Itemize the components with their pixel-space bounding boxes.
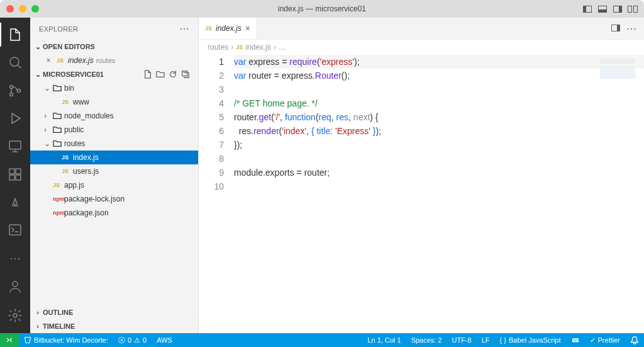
file-item[interactable]: JSwww <box>30 95 198 109</box>
search-activity-icon[interactable] <box>0 50 30 74</box>
folder-item[interactable]: ⌄bin <box>30 81 198 95</box>
aws-status[interactable]: AWS <box>152 333 177 347</box>
refresh-icon[interactable] <box>168 69 178 79</box>
code-line[interactable]: }); <box>234 138 644 152</box>
tree-item-label: node_modules <box>64 111 114 120</box>
svg-rect-5 <box>9 169 14 174</box>
close-window-icon[interactable] <box>6 5 14 13</box>
javascript-file-icon: JS <box>236 44 243 50</box>
chevron-down-icon: ⌄ <box>44 84 53 93</box>
new-file-icon[interactable] <box>143 69 153 79</box>
timeline-section[interactable]: › TIMELINE <box>30 319 198 333</box>
new-folder-icon[interactable] <box>155 69 165 79</box>
folder-item[interactable]: ›public <box>30 123 198 137</box>
code-editor[interactable]: 12345678910 var express = require('expre… <box>199 55 644 333</box>
explorer-title-text: EXPLORER <box>39 25 78 33</box>
file-item[interactable]: npmpackage.json <box>30 206 198 220</box>
code-line[interactable]: router.get('/', function(req, res, next)… <box>234 110 644 124</box>
editor-more-icon[interactable]: ⋯ <box>626 23 636 35</box>
indentation-status[interactable]: Spaces: 2 <box>406 333 447 347</box>
folder-item[interactable]: ›node_modules <box>30 109 198 123</box>
code-line[interactable]: res.render('index', { title: 'Express' }… <box>234 124 644 138</box>
line-number: 7 <box>199 138 224 152</box>
outline-label: OUTLINE <box>43 309 73 316</box>
close-tab-icon[interactable]: × <box>245 23 250 33</box>
chevron-right-icon: › <box>33 322 43 330</box>
maximize-window-icon[interactable] <box>31 5 39 13</box>
editor-tab[interactable]: JS index.js × <box>199 18 257 39</box>
code-line[interactable] <box>234 179 644 193</box>
open-editor-item[interactable]: × JS index.js routes <box>30 54 198 67</box>
warning-count: 0 <box>143 336 147 344</box>
titlebar-layout-controls <box>582 4 638 14</box>
toggle-panel-right-icon[interactable] <box>613 4 623 14</box>
breadcrumb-segment[interactable]: index.js <box>245 43 271 52</box>
remote-explorer-activity-icon[interactable] <box>0 134 30 158</box>
chevron-down-icon: ⌄ <box>44 139 53 148</box>
encoding-status[interactable]: UTF-8 <box>447 333 477 347</box>
chevron-right-icon: › <box>44 125 53 134</box>
close-editor-icon[interactable]: × <box>44 56 53 65</box>
code-line[interactable]: /* GET home page. */ <box>234 96 644 110</box>
explorer-activity-icon[interactable] <box>0 23 30 47</box>
file-item[interactable]: JSapp.js <box>30 178 198 192</box>
breadcrumb-segment[interactable]: routes <box>208 43 228 52</box>
file-item[interactable]: npmpackage-lock.json <box>30 192 198 206</box>
file-item[interactable]: JSindex.js <box>30 151 198 164</box>
prettier-status[interactable]: ✓ Prettier <box>585 333 625 347</box>
svg-point-10 <box>13 282 18 287</box>
code-content[interactable]: var express = require('express');var rou… <box>234 55 644 333</box>
cursor-position[interactable]: Ln 1, Col 1 <box>362 333 406 347</box>
remote-indicator[interactable] <box>0 333 19 347</box>
code-line[interactable]: var router = express.Router(); <box>234 69 644 82</box>
code-line[interactable] <box>234 152 644 166</box>
project-section[interactable]: ⌄ MICROSERVICE01 <box>30 67 198 81</box>
run-debug-activity-icon[interactable] <box>0 106 30 130</box>
explorer-more-icon[interactable]: ⋯ <box>179 23 189 35</box>
npm-file-icon: npm <box>53 196 64 202</box>
copilot-status[interactable] <box>566 333 585 347</box>
accounts-icon[interactable] <box>0 274 30 299</box>
explorer-title: EXPLORER ⋯ <box>30 18 198 40</box>
bitbucket-status[interactable]: Bitbucket: Wim Decorte: <box>19 333 113 347</box>
vertical-scrollbar[interactable] <box>635 55 644 333</box>
toggle-panel-left-icon[interactable] <box>582 4 592 14</box>
tree-item-label: bin <box>64 84 74 93</box>
notifications-icon[interactable] <box>625 333 644 347</box>
line-number: 10 <box>199 179 224 193</box>
language-label: Babel JavaScript <box>509 336 561 344</box>
tab-title: index.js <box>216 24 242 33</box>
code-line[interactable] <box>234 82 644 96</box>
folder-icon <box>53 139 64 148</box>
more-activity-icon[interactable]: ⋯ <box>0 246 30 270</box>
source-control-activity-icon[interactable] <box>0 79 30 103</box>
collapse-all-icon[interactable] <box>180 69 191 79</box>
code-line[interactable]: var express = require('express'); <box>234 55 644 69</box>
folder-item[interactable]: ⌄routes <box>30 137 198 151</box>
error-count: 0 <box>128 336 131 344</box>
minimap[interactable] <box>600 59 635 84</box>
language-mode[interactable]: { } Babel JavaScript <box>495 333 566 347</box>
eol-status[interactable]: LF <box>477 333 495 347</box>
file-item[interactable]: JSusers.js <box>30 164 198 178</box>
outline-section[interactable]: › OUTLINE <box>30 305 198 319</box>
minimize-window-icon[interactable] <box>19 5 26 13</box>
breadcrumb[interactable]: routes › JS index.js › ... <box>199 40 644 55</box>
customize-layout-icon[interactable] <box>628 4 638 14</box>
problems-status[interactable]: ⓧ0 ⚠0 <box>113 333 152 347</box>
javascript-file-icon: JS <box>53 182 64 188</box>
open-editors-section[interactable]: ⌄ OPEN EDITORS <box>30 40 198 54</box>
atlassian-activity-icon[interactable] <box>0 190 30 214</box>
settings-gear-icon[interactable] <box>0 303 30 328</box>
status-bar: Bitbucket: Wim Decorte: ⓧ0 ⚠0 AWS Ln 1, … <box>0 333 644 347</box>
breadcrumb-segment[interactable]: ... <box>279 43 285 52</box>
javascript-file-icon: JS <box>62 168 73 174</box>
terminal-activity-icon[interactable] <box>0 218 30 242</box>
extensions-activity-icon[interactable] <box>0 162 30 186</box>
check-icon: ✓ <box>590 336 596 344</box>
svg-rect-6 <box>16 169 21 174</box>
split-editor-icon[interactable] <box>611 23 620 34</box>
code-line[interactable]: module.exports = router; <box>234 166 644 179</box>
toggle-panel-bottom-icon[interactable] <box>597 4 608 14</box>
tree-item-label: index.js <box>73 153 99 162</box>
